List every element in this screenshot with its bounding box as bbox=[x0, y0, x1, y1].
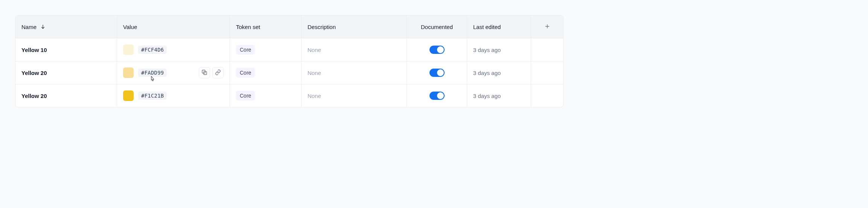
hex-chip-hovered: #FADD99 bbox=[138, 69, 167, 77]
token-name: Yellow 10 bbox=[21, 47, 47, 53]
cell-token-set[interactable]: Core bbox=[230, 84, 302, 107]
copy-icon bbox=[201, 69, 207, 76]
sort-descending-icon[interactable] bbox=[40, 24, 46, 29]
link-icon bbox=[215, 69, 221, 76]
table-row[interactable]: Yellow 20#FADD99CoreNone3 days ago bbox=[15, 61, 563, 84]
table-row[interactable]: Yellow 20#F1C21BCoreNone3 days ago bbox=[15, 84, 563, 107]
description-text: None bbox=[308, 47, 321, 53]
color-swatch[interactable] bbox=[123, 67, 134, 78]
cell-trailing bbox=[531, 38, 563, 61]
color-swatch[interactable] bbox=[123, 90, 134, 101]
col-header-name-label: Name bbox=[21, 24, 37, 30]
hex-chip[interactable]: #FCF4D6 bbox=[138, 46, 167, 54]
col-header-token-set-label: Token set bbox=[236, 24, 260, 30]
add-column-button[interactable] bbox=[531, 15, 563, 38]
documented-toggle[interactable] bbox=[429, 46, 445, 54]
cell-description[interactable]: None bbox=[302, 84, 407, 107]
cell-token-set[interactable]: Core bbox=[230, 38, 302, 61]
col-header-last-edited[interactable]: Last edited bbox=[467, 15, 531, 38]
hex-chip[interactable]: #FADD99 bbox=[138, 69, 167, 77]
cell-documented bbox=[407, 84, 467, 107]
col-header-value-label: Value bbox=[123, 24, 137, 30]
cell-description[interactable]: None bbox=[302, 38, 407, 61]
hex-chip[interactable]: #F1C21B bbox=[138, 92, 167, 100]
cell-name[interactable]: Yellow 20 bbox=[15, 84, 117, 107]
col-header-last-edited-label: Last edited bbox=[473, 24, 501, 30]
last-edited-text: 3 days ago bbox=[473, 70, 501, 76]
col-header-name[interactable]: Name bbox=[15, 15, 117, 38]
last-edited-text: 3 days ago bbox=[473, 47, 501, 53]
cell-name[interactable]: Yellow 10 bbox=[15, 38, 117, 61]
cell-value[interactable]: #F1C21B bbox=[117, 84, 230, 107]
cell-description[interactable]: None bbox=[302, 61, 407, 84]
plus-icon bbox=[544, 23, 550, 31]
token-name: Yellow 20 bbox=[21, 93, 47, 99]
token-set-chip[interactable]: Core bbox=[236, 91, 255, 101]
cell-name[interactable]: Yellow 20 bbox=[15, 61, 117, 84]
color-swatch[interactable] bbox=[123, 44, 134, 55]
col-header-description[interactable]: Description bbox=[302, 15, 407, 38]
tokens-table: Name Value Token set Description Documen… bbox=[15, 15, 563, 107]
cell-last-edited: 3 days ago bbox=[467, 84, 531, 107]
col-header-description-label: Description bbox=[308, 24, 336, 30]
cell-value[interactable]: #FCF4D6 bbox=[117, 38, 230, 61]
cell-value[interactable]: #FADD99 bbox=[117, 61, 230, 84]
cell-last-edited: 3 days ago bbox=[467, 61, 531, 84]
token-set-chip[interactable]: Core bbox=[236, 68, 255, 78]
cell-documented bbox=[407, 61, 467, 84]
col-header-token-set[interactable]: Token set bbox=[230, 15, 302, 38]
table-header-row: Name Value Token set Description Documen… bbox=[15, 15, 563, 38]
col-header-documented[interactable]: Documented bbox=[407, 15, 467, 38]
cell-token-set[interactable]: Core bbox=[230, 61, 302, 84]
cell-last-edited: 3 days ago bbox=[467, 38, 531, 61]
cell-trailing bbox=[531, 84, 563, 107]
description-text: None bbox=[308, 70, 321, 76]
last-edited-text: 3 days ago bbox=[473, 93, 501, 99]
cell-trailing bbox=[531, 61, 563, 84]
cell-documented bbox=[407, 38, 467, 61]
token-set-chip[interactable]: Core bbox=[236, 45, 255, 55]
documented-toggle[interactable] bbox=[429, 92, 445, 100]
copy-button[interactable] bbox=[199, 67, 210, 78]
value-row-actions bbox=[199, 67, 224, 78]
table-row[interactable]: Yellow 10#FCF4D6CoreNone3 days ago bbox=[15, 38, 563, 61]
col-header-value[interactable]: Value bbox=[117, 15, 230, 38]
documented-toggle[interactable] bbox=[429, 69, 445, 77]
token-name: Yellow 20 bbox=[21, 70, 47, 76]
col-header-documented-label: Documented bbox=[421, 24, 453, 30]
link-button[interactable] bbox=[212, 67, 224, 78]
description-text: None bbox=[308, 93, 321, 99]
